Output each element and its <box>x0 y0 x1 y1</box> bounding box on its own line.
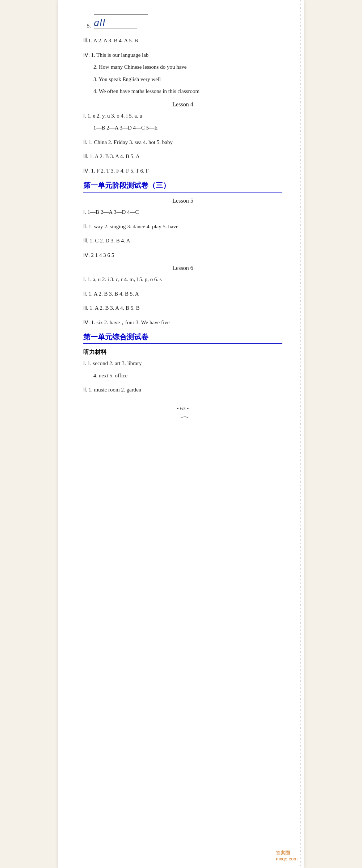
lesson6-title: Lesson 6 <box>83 265 282 271</box>
top-answer-num: 5. <box>87 23 91 29</box>
listen-i-line2: 4. next 5. office <box>83 371 282 381</box>
handwritten-word: all <box>94 16 148 29</box>
page: 5. all Ⅲ.1. A 2. A 3. B 4. A 5. B Ⅳ. 1. … <box>58 0 304 868</box>
top-answer-section: 5. all <box>83 14 282 29</box>
l6-iv-line1: Ⅳ. 1. six 2. have，four 3. We have five <box>83 318 282 327</box>
lesson5-section-iii: Ⅲ. 1. C 2. D 3. B 4. A <box>83 236 282 246</box>
lesson4-section-iv: Ⅳ. 1. F 2. T 3. F 4. F 5. T 6. F <box>83 166 282 176</box>
lesson5-section-iv: Ⅳ. 2 1 4 3 6 5 <box>83 251 282 260</box>
l4-i-line2: 1—B 2—A 3—D 4—C 5—E <box>83 123 282 133</box>
underline-bottom <box>94 29 137 29</box>
iv-item-1: Ⅳ. 1. This is our language lab <box>83 51 282 60</box>
lesson4-section-ii: Ⅱ. 1. China 2. Friday 3. sea 4. hot 5. b… <box>83 138 282 147</box>
heading2: 第一单元综合测试卷 <box>83 332 282 344</box>
lesson5-title: Lesson 5 <box>83 198 282 204</box>
iv-item-2: 2. How many Chinese lessons do you have <box>83 63 282 72</box>
page-turn-symbol: ⌒ <box>83 415 282 428</box>
l4-iv-line1: Ⅳ. 1. F 2. T 3. F 4. F 5. T 6. F <box>83 166 282 176</box>
listening-section-ii: Ⅱ. 1. music room 2. garden <box>83 385 282 395</box>
lesson6-section-i: Ⅰ. 1. a, u 2. i 3. c, r 4. m, l 5. p, o … <box>83 275 282 284</box>
l6-i-line1: Ⅰ. 1. a, u 2. i 3. c, r 4. m, l 5. p, o … <box>83 275 282 284</box>
iv-item-3: 3. You speak English very well <box>83 75 282 84</box>
lesson6-section-iv: Ⅳ. 1. six 2. have，four 3. We have five <box>83 318 282 327</box>
iii-1-content: Ⅲ.1. A 2. A 3. B 4. A 5. B <box>83 36 282 46</box>
section-iii-1: Ⅲ.1. A 2. A 3. B 4. A 5. B <box>83 36 282 46</box>
page-number: • 63 • <box>83 406 282 412</box>
lesson6-section-ii: Ⅱ. 1. A 2. B 3. B 4. B 5. A <box>83 289 282 299</box>
l6-iii-line1: Ⅲ. 1. A 2. B 3. A 4. B 5. B <box>83 304 282 313</box>
listening-heading: 听力材料 <box>83 348 282 356</box>
l5-i-line1: Ⅰ. 1—B 2—A 3—D 4—C <box>83 208 282 217</box>
lesson4-section-iii: Ⅲ. 1. A 2. B 3. A 4. B 5. A <box>83 152 282 161</box>
l4-iii-line1: Ⅲ. 1. A 2. B 3. A 4. B 5. A <box>83 152 282 161</box>
iv-item-4: 4. We often have maths lessons in this c… <box>83 87 282 96</box>
listening-section-i: Ⅰ. 1. second 2. art 3. library 4. next 5… <box>83 359 282 380</box>
lesson4-title: Lesson 4 <box>83 101 282 108</box>
l5-iv-line1: Ⅳ. 2 1 4 3 6 5 <box>83 251 282 260</box>
lesson6-section-iii: Ⅲ. 1. A 2. B 3. A 4. B 5. B <box>83 304 282 313</box>
answer-underlines: all <box>94 14 148 29</box>
listen-i-line1: Ⅰ. 1. second 2. art 3. library <box>83 359 282 368</box>
l4-i-line1: Ⅰ. 1. e 2. y, u 3. o 4. i 5. a, u <box>83 111 282 121</box>
l5-iii-line1: Ⅲ. 1. C 2. D 3. B 4. A <box>83 236 282 246</box>
l5-ii-line1: Ⅱ. 1. way 2. singing 3. dance 4. play 5.… <box>83 222 282 232</box>
lesson5-section-ii: Ⅱ. 1. way 2. singing 3. dance 4. play 5.… <box>83 222 282 232</box>
heading1: 第一单元阶段测试卷（三） <box>83 181 282 192</box>
lesson4-section-i: Ⅰ. 1. e 2. y, u 3. o 4. i 5. a, u 1—B 2—… <box>83 111 282 133</box>
lesson5-section-i: Ⅰ. 1—B 2—A 3—D 4—C <box>83 208 282 217</box>
l6-ii-line1: Ⅱ. 1. A 2. B 3. B 4. B 5. A <box>83 289 282 299</box>
underline-top <box>94 14 148 15</box>
l4-ii-line1: Ⅱ. 1. China 2. Friday 3. sea 4. hot 5. b… <box>83 138 282 147</box>
watermark: 答案圈mxqe.com <box>276 850 298 861</box>
listen-ii-line1: Ⅱ. 1. music room 2. garden <box>83 385 282 395</box>
section-iv-1: Ⅳ. 1. This is our language lab 2. How ma… <box>83 51 282 96</box>
